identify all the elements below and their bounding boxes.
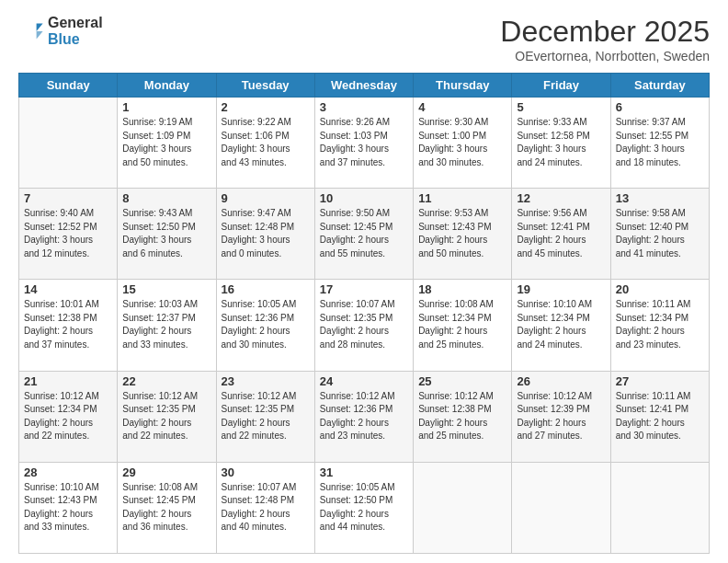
day-info: Sunrise: 10:12 AM Sunset: 12:34 PM Dayli…	[24, 390, 112, 443]
day-info: Sunrise: 9:50 AM Sunset: 12:45 PM Daylig…	[320, 207, 408, 260]
calendar-header-row: Sunday Monday Tuesday Wednesday Thursday…	[19, 74, 710, 98]
day-info: Sunrise: 10:12 AM Sunset: 12:38 PM Dayli…	[418, 390, 506, 443]
day-info: Sunrise: 10:10 AM Sunset: 12:34 PM Dayli…	[517, 298, 605, 351]
table-row: 27Sunrise: 10:11 AM Sunset: 12:41 PM Day…	[610, 371, 709, 462]
day-info: Sunrise: 9:22 AM Sunset: 1:06 PM Dayligh…	[222, 116, 310, 169]
day-info: Sunrise: 9:58 AM Sunset: 12:40 PM Daylig…	[616, 207, 704, 260]
day-info: Sunrise: 10:12 AM Sunset: 12:36 PM Dayli…	[320, 390, 408, 443]
table-row: 7Sunrise: 9:40 AM Sunset: 12:52 PM Dayli…	[19, 189, 118, 280]
table-row: 28Sunrise: 10:10 AM Sunset: 12:43 PM Day…	[19, 462, 118, 553]
table-row	[19, 98, 118, 189]
day-number: 16	[222, 282, 310, 296]
day-info: Sunrise: 10:08 AM Sunset: 12:34 PM Dayli…	[418, 298, 506, 351]
table-row: 26Sunrise: 10:12 AM Sunset: 12:39 PM Day…	[512, 371, 610, 462]
day-number: 15	[122, 282, 210, 296]
table-row: 10Sunrise: 9:50 AM Sunset: 12:45 PM Dayl…	[314, 189, 413, 280]
day-number: 22	[122, 374, 210, 388]
table-row: 12Sunrise: 9:56 AM Sunset: 12:41 PM Dayl…	[512, 189, 610, 280]
day-number: 10	[320, 191, 408, 205]
day-number: 4	[418, 100, 506, 114]
table-row	[414, 462, 512, 553]
table-row: 4Sunrise: 9:30 AM Sunset: 1:00 PM Daylig…	[414, 98, 512, 189]
day-info: Sunrise: 9:30 AM Sunset: 1:00 PM Dayligh…	[418, 116, 506, 169]
day-number: 25	[418, 374, 506, 388]
calendar-table: Sunday Monday Tuesday Wednesday Thursday…	[18, 73, 710, 554]
day-number: 5	[517, 100, 605, 114]
table-row: 6Sunrise: 9:37 AM Sunset: 12:55 PM Dayli…	[610, 98, 709, 189]
day-number: 18	[418, 282, 506, 296]
day-number: 31	[320, 465, 408, 479]
table-row: 3Sunrise: 9:26 AM Sunset: 1:03 PM Daylig…	[314, 98, 413, 189]
col-saturday: Saturday	[610, 74, 709, 98]
calendar-week-row: 1Sunrise: 9:19 AM Sunset: 1:09 PM Daylig…	[19, 98, 710, 189]
table-row: 5Sunrise: 9:33 AM Sunset: 12:58 PM Dayli…	[512, 98, 610, 189]
svg-marker-0	[37, 23, 43, 30]
table-row	[610, 462, 709, 553]
table-row: 25Sunrise: 10:12 AM Sunset: 12:38 PM Day…	[414, 371, 512, 462]
month-title: December 2025	[500, 15, 710, 49]
day-info: Sunrise: 9:47 AM Sunset: 12:48 PM Daylig…	[222, 207, 310, 260]
day-number: 17	[320, 282, 408, 296]
col-friday: Friday	[512, 74, 610, 98]
day-number: 2	[222, 100, 310, 114]
day-number: 11	[418, 191, 506, 205]
day-number: 9	[222, 191, 310, 205]
day-number: 1	[122, 100, 210, 114]
page: General Blue December 2025 OEvertornea, …	[0, 0, 728, 563]
table-row: 13Sunrise: 9:58 AM Sunset: 12:40 PM Dayl…	[610, 189, 709, 280]
table-row: 20Sunrise: 10:11 AM Sunset: 12:34 PM Day…	[610, 280, 709, 371]
day-info: Sunrise: 10:12 AM Sunset: 12:35 PM Dayli…	[222, 390, 310, 443]
col-tuesday: Tuesday	[216, 74, 314, 98]
table-row: 18Sunrise: 10:08 AM Sunset: 12:34 PM Day…	[414, 280, 512, 371]
day-number: 8	[122, 191, 210, 205]
logo-general: General	[48, 15, 103, 31]
title-area: December 2025 OEvertornea, Norrbotten, S…	[500, 15, 710, 63]
location-subtitle: OEvertornea, Norrbotten, Sweden	[500, 49, 710, 63]
day-info: Sunrise: 9:43 AM Sunset: 12:50 PM Daylig…	[122, 207, 210, 260]
col-sunday: Sunday	[19, 74, 118, 98]
day-info: Sunrise: 10:01 AM Sunset: 12:38 PM Dayli…	[24, 298, 112, 351]
day-number: 12	[517, 191, 605, 205]
table-row: 30Sunrise: 10:07 AM Sunset: 12:48 PM Day…	[216, 462, 314, 553]
table-row: 22Sunrise: 10:12 AM Sunset: 12:35 PM Day…	[118, 371, 216, 462]
day-number: 24	[320, 374, 408, 388]
day-info: Sunrise: 10:07 AM Sunset: 12:35 PM Dayli…	[320, 298, 408, 351]
day-info: Sunrise: 10:03 AM Sunset: 12:37 PM Dayli…	[122, 298, 210, 351]
day-info: Sunrise: 9:56 AM Sunset: 12:41 PM Daylig…	[517, 207, 605, 260]
day-number: 21	[24, 374, 112, 388]
table-row: 14Sunrise: 10:01 AM Sunset: 12:38 PM Day…	[19, 280, 118, 371]
day-number: 6	[616, 100, 704, 114]
day-number: 20	[616, 282, 704, 296]
day-number: 19	[517, 282, 605, 296]
day-number: 7	[24, 191, 112, 205]
svg-marker-1	[37, 31, 43, 39]
col-wednesday: Wednesday	[314, 74, 413, 98]
table-row: 8Sunrise: 9:43 AM Sunset: 12:50 PM Dayli…	[118, 189, 216, 280]
day-number: 23	[222, 374, 310, 388]
day-info: Sunrise: 9:33 AM Sunset: 12:58 PM Daylig…	[517, 116, 605, 169]
day-info: Sunrise: 10:10 AM Sunset: 12:43 PM Dayli…	[24, 481, 112, 534]
logo-icon	[18, 18, 44, 44]
day-info: Sunrise: 10:08 AM Sunset: 12:45 PM Dayli…	[122, 481, 210, 534]
day-info: Sunrise: 9:53 AM Sunset: 12:43 PM Daylig…	[418, 207, 506, 260]
calendar-week-row: 14Sunrise: 10:01 AM Sunset: 12:38 PM Day…	[19, 280, 710, 371]
table-row: 29Sunrise: 10:08 AM Sunset: 12:45 PM Day…	[118, 462, 216, 553]
calendar-week-row: 7Sunrise: 9:40 AM Sunset: 12:52 PM Dayli…	[19, 189, 710, 280]
day-info: Sunrise: 10:05 AM Sunset: 12:36 PM Dayli…	[222, 298, 310, 351]
col-monday: Monday	[118, 74, 216, 98]
day-number: 28	[24, 465, 112, 479]
day-number: 14	[24, 282, 112, 296]
table-row: 2Sunrise: 9:22 AM Sunset: 1:06 PM Daylig…	[216, 98, 314, 189]
day-info: Sunrise: 9:19 AM Sunset: 1:09 PM Dayligh…	[122, 116, 210, 169]
header: General Blue December 2025 OEvertornea, …	[18, 15, 710, 63]
day-number: 29	[122, 465, 210, 479]
day-info: Sunrise: 10:11 AM Sunset: 12:41 PM Dayli…	[616, 390, 704, 443]
day-number: 13	[616, 191, 704, 205]
logo-blue: Blue	[48, 31, 103, 48]
table-row: 23Sunrise: 10:12 AM Sunset: 12:35 PM Day…	[216, 371, 314, 462]
calendar-week-row: 28Sunrise: 10:10 AM Sunset: 12:43 PM Day…	[19, 462, 710, 553]
day-info: Sunrise: 10:07 AM Sunset: 12:48 PM Dayli…	[222, 481, 310, 534]
col-thursday: Thursday	[414, 74, 512, 98]
day-number: 3	[320, 100, 408, 114]
table-row: 16Sunrise: 10:05 AM Sunset: 12:36 PM Day…	[216, 280, 314, 371]
